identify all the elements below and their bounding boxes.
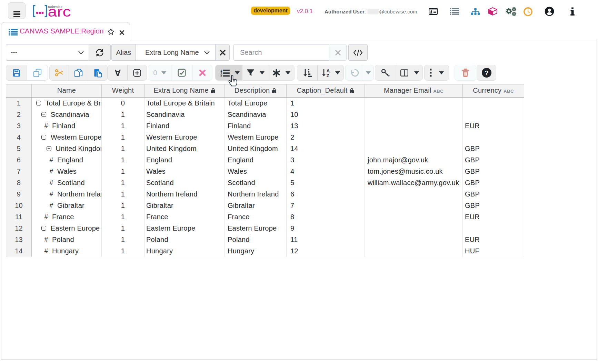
svg-text:3: 3	[220, 74, 222, 78]
svg-text:Z: Z	[326, 73, 329, 78]
svg-text:?: ?	[485, 69, 489, 77]
svg-text:arc: arc	[48, 4, 71, 18]
svg-text:A: A	[326, 68, 330, 73]
